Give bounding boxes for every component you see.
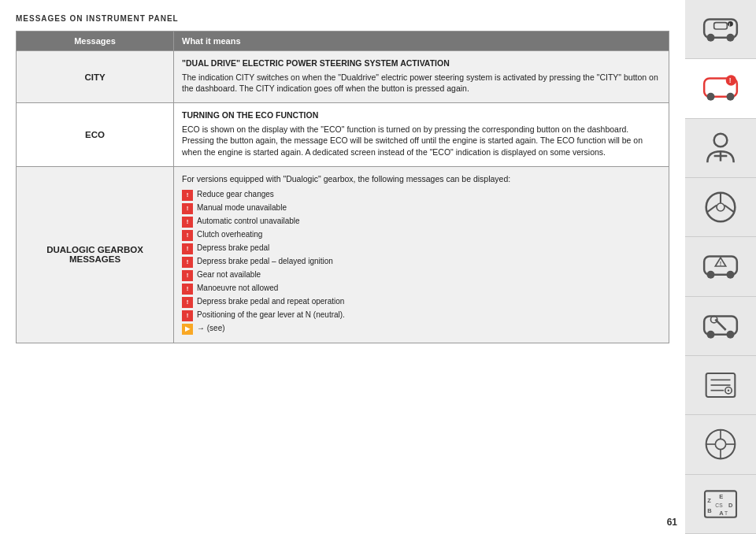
list-item-text: Automatic control unavailable <box>197 216 300 227</box>
sidebar-item-language[interactable]: Z B E S A D C T <box>685 475 756 534</box>
dualogic-list: !Reduce gear changes!Manual mode unavail… <box>182 189 661 335</box>
svg-point-36 <box>715 439 725 450</box>
multimedia-icon <box>701 425 740 464</box>
dualogic-label: DUALOGIC GEARBOXMESSAGES <box>46 245 143 264</box>
sidebar-item-road-warning[interactable]: ! <box>685 237 756 296</box>
list-item: !Gear not available <box>182 269 661 281</box>
svg-line-18 <box>724 206 735 213</box>
eco-message-cell: ECO <box>17 103 174 166</box>
list-icon: ! <box>182 270 193 281</box>
list-item: !Reduce gear changes <box>182 189 661 201</box>
list-item: ▶→ (see) <box>182 323 661 335</box>
messages-column-header: Messages <box>17 32 174 50</box>
svg-point-15 <box>717 203 724 211</box>
page-title: MESSAGES ON INSTRUMENT PANEL <box>16 14 669 23</box>
svg-text:!: ! <box>720 261 722 268</box>
dualogic-message-cell: DUALOGIC GEARBOXMESSAGES <box>17 167 174 343</box>
sidebar-item-settings[interactable] <box>685 356 756 415</box>
meaning-column-header: What it means <box>174 32 669 50</box>
list-icon: ! <box>182 203 193 214</box>
eco-meaning-cell: TURNING ON THE ECO FUNCTION ECO is shown… <box>174 103 669 166</box>
list-item-text: Manoeuvre not allowed <box>197 283 278 294</box>
page-container: MESSAGES ON INSTRUMENT PANEL Messages Wh… <box>0 0 756 534</box>
list-item-text: Gear not available <box>197 269 261 280</box>
sidebar-item-person[interactable] <box>685 119 756 178</box>
list-item-text: Reduce gear changes <box>197 189 274 200</box>
svg-text:A: A <box>719 510 724 517</box>
city-message-cell: CITY <box>17 51 174 102</box>
sidebar: i ! <box>685 0 756 534</box>
city-meaning-cell: "DUAL DRIVE" ELECTRIC POWER STEERING SYS… <box>174 51 669 102</box>
list-item: !Automatic control unavailable <box>182 216 661 228</box>
sidebar-item-warning[interactable]: ! <box>685 59 756 118</box>
steering-wheel-icon <box>701 187 740 227</box>
list-item-text: Depress brake pedal – delayed ignition <box>197 256 333 267</box>
svg-text:C: C <box>715 502 719 508</box>
sidebar-item-car-info[interactable]: i <box>685 0 756 59</box>
svg-line-17 <box>707 206 717 213</box>
list-item-text: Clutch overheating <box>197 229 262 240</box>
language-icon: Z B E S A D C T <box>701 484 740 524</box>
svg-rect-3 <box>714 23 728 29</box>
table-header-row: Messages What it means <box>17 32 669 50</box>
page-number: 61 <box>667 517 677 528</box>
svg-point-2 <box>727 34 735 42</box>
sidebar-item-tools[interactable] <box>685 297 756 356</box>
svg-text:E: E <box>719 493 723 500</box>
list-item: !Manual mode unavailable <box>182 202 661 214</box>
city-section-title: "DUAL DRIVE" ELECTRIC POWER STEERING SYS… <box>182 57 661 69</box>
list-item: !Clutch overheating <box>182 229 661 241</box>
car-info-icon: i <box>701 9 740 49</box>
list-item: !Depress brake pedal and repeat operatio… <box>182 296 661 308</box>
list-icon: ! <box>182 217 193 228</box>
road-warning-icon: ! <box>701 247 740 286</box>
list-icon: ! <box>182 243 193 254</box>
bottom-bar: 61 <box>0 510 685 534</box>
dualogic-meaning-cell: For versions equipped with "Dualogic" ge… <box>174 167 669 343</box>
city-table-row: CITY "DUAL DRIVE" ELECTRIC POWER STEERIN… <box>17 50 669 102</box>
svg-text:D: D <box>728 502 733 509</box>
sidebar-item-multimedia[interactable] <box>685 415 756 474</box>
messages-table: Messages What it means CITY "DUAL DRIVE"… <box>16 31 669 343</box>
list-icon: ! <box>182 284 193 295</box>
dualogic-table-row: DUALOGIC GEARBOXMESSAGES For versions eq… <box>17 166 669 343</box>
settings-list-icon <box>701 365 740 405</box>
svg-point-7 <box>707 93 715 101</box>
list-icon: ! <box>182 257 193 268</box>
list-item: !Manoeuvre not allowed <box>182 283 661 295</box>
list-icon: ▶ <box>182 324 193 335</box>
list-item-text: Depress brake pedal <box>197 243 269 254</box>
svg-point-21 <box>727 271 735 279</box>
svg-text:!: ! <box>729 77 732 85</box>
list-icon: ! <box>182 297 193 308</box>
list-item-text: → (see) <box>197 323 225 334</box>
svg-text:B: B <box>707 507 712 514</box>
sidebar-item-steering[interactable] <box>685 178 756 237</box>
svg-point-25 <box>707 331 715 339</box>
svg-point-1 <box>707 34 715 42</box>
eco-section-title: TURNING ON THE ECO FUNCTION <box>182 109 661 121</box>
list-item-text: Depress brake pedal and repeat operation <box>197 296 344 307</box>
list-item: !Positioning of the gear lever at N (neu… <box>182 310 661 321</box>
eco-table-row: ECO TURNING ON THE ECO FUNCTION ECO is s… <box>17 102 669 166</box>
svg-text:Z: Z <box>707 497 711 504</box>
list-item: !Depress brake pedal – delayed ignition <box>182 256 661 268</box>
list-icon: ! <box>182 230 193 241</box>
svg-point-20 <box>707 271 715 279</box>
svg-text:S: S <box>719 502 723 508</box>
svg-text:T: T <box>724 510 728 516</box>
main-content: MESSAGES ON INSTRUMENT PANEL Messages Wh… <box>0 0 685 534</box>
warning-message-icon: ! <box>701 69 740 108</box>
list-item-text: Manual mode unavailable <box>197 202 287 213</box>
eco-body-text: ECO is shown on the display with the "EC… <box>182 124 661 158</box>
svg-point-34 <box>728 390 730 392</box>
list-item: !Depress brake pedal <box>182 243 661 254</box>
list-item-text: Positioning of the gear lever at N (neut… <box>197 310 345 321</box>
svg-point-26 <box>727 331 735 339</box>
tools-icon <box>701 306 740 346</box>
person-icon <box>701 128 740 168</box>
list-icon: ! <box>182 190 193 201</box>
svg-point-11 <box>714 133 728 146</box>
dualogic-intro: For versions equipped with "Dualogic" ge… <box>182 173 661 185</box>
list-icon: ! <box>182 310 193 321</box>
